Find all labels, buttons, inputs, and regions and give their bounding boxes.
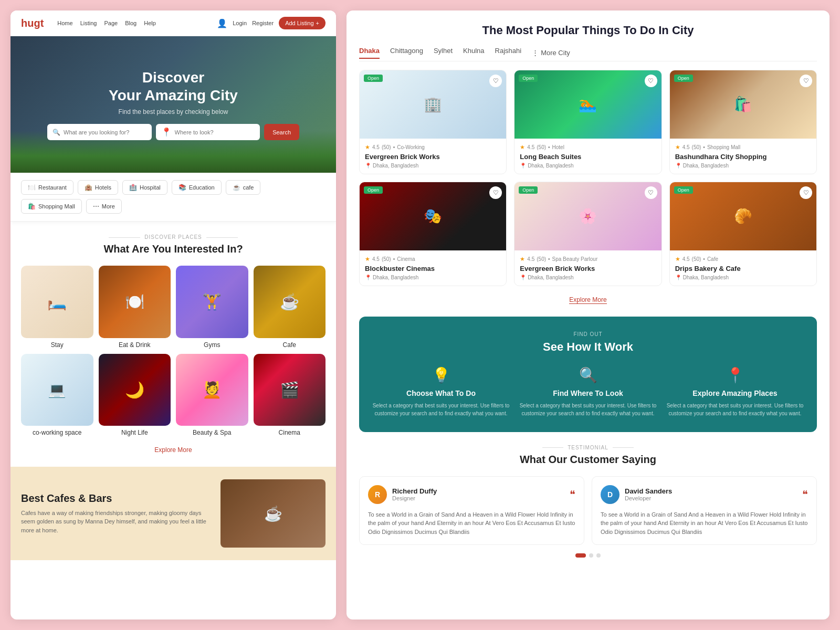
hotel-icon: 🏨 xyxy=(85,184,92,191)
heart-button-2[interactable]: ♡ xyxy=(800,75,812,87)
pill-education[interactable]: 📚 Education xyxy=(172,180,222,195)
open-badge-0: Open xyxy=(364,75,383,82)
open-badge-1: Open xyxy=(519,75,538,82)
cafe-icon: ☕ xyxy=(233,184,240,191)
nav-help[interactable]: Help xyxy=(144,20,156,26)
listing-location-2: 📍 Dhaka, Bangladesh xyxy=(675,163,811,169)
interest-cafe[interactable]: ☕ Cafe xyxy=(254,266,326,349)
city-tab-sylhet[interactable]: Sylhet xyxy=(434,47,453,59)
city-tab-more[interactable]: ⋮ More City xyxy=(532,47,570,59)
interest-cinema-label: Cinema xyxy=(279,429,300,436)
register-button[interactable]: Register xyxy=(252,20,274,26)
search-button[interactable]: Search xyxy=(264,124,299,140)
pill-hotels[interactable]: 🏨 Hotels xyxy=(78,180,118,195)
search-input-wrapper: 🔍 xyxy=(47,124,152,140)
city-tab-khulna[interactable]: Khulna xyxy=(463,47,484,59)
nav-listing[interactable]: Listing xyxy=(80,20,97,26)
find-icon: 🔍 xyxy=(519,366,657,384)
testimonial-text-0: To see a World in a Grain of Sand And a … xyxy=(368,510,575,537)
quote-icon-0: ❝ xyxy=(570,488,575,501)
rating-2: ★ 4.5 (50) • Shopping Mall xyxy=(675,144,811,151)
location-pin-icon: 📍 xyxy=(161,127,172,137)
interests-grid: 🛏️ Stay 🍽️ Eat & Drink 🏋️ Gyms ☕ xyxy=(21,266,326,436)
search-input[interactable] xyxy=(64,129,146,135)
heart-button-4[interactable]: ♡ xyxy=(645,186,657,199)
location-input[interactable] xyxy=(175,129,255,135)
interest-cinema[interactable]: 🎬 Cinema xyxy=(254,354,326,437)
listing-name-4: Evergreen Brick Works xyxy=(520,265,656,272)
listing-card-4[interactable]: 🌸 Open ♡ ★ 4.5 (50) • Spa Beauty Parlour… xyxy=(514,182,662,286)
explore-more-popular-link[interactable]: Explore More xyxy=(569,296,606,304)
rating-5: ★ 4.5 (50) • Cafe xyxy=(675,256,811,262)
hero-title: Discover Your Amazing City xyxy=(109,69,238,104)
explore-more-interests: Explore More xyxy=(21,445,326,454)
listing-location-1: 📍 Dhaka, Bangladesh xyxy=(520,163,656,169)
listing-card-2[interactable]: 🛍️ Open ♡ ★ 4.5 (50) • Shopping Mall Bas… xyxy=(669,70,817,174)
interest-gyms-label: Gyms xyxy=(204,341,220,349)
pill-more[interactable]: ⋯ More xyxy=(86,199,122,214)
heart-button-3[interactable]: ♡ xyxy=(489,186,502,199)
city-tab-rajshahi[interactable]: Rajshahi xyxy=(495,47,522,59)
nav-links: Home Listing Page Blog Help xyxy=(57,20,208,26)
interest-eat[interactable]: 🍽️ Eat & Drink xyxy=(99,266,171,349)
interest-eat-label: Eat & Drink xyxy=(119,341,151,349)
heart-button-0[interactable]: ♡ xyxy=(489,75,502,87)
heart-button-5[interactable]: ♡ xyxy=(800,186,812,199)
shopping-icon: 🛍️ xyxy=(28,203,36,210)
add-listing-button[interactable]: Add Listing + xyxy=(279,17,326,29)
hero-subtitle: Find the best places by checking below xyxy=(119,108,228,116)
how-step-1: 🔍 Find Where To Look Select a category t… xyxy=(519,366,657,417)
testimonial-card-1: D David Sanders Developer ❝ To see a Wor… xyxy=(592,476,817,545)
testimonial-dots xyxy=(359,553,817,558)
dot-1[interactable] xyxy=(589,553,593,558)
listing-card-0[interactable]: 🏢 Open ♡ ★ 4.5 (50) • Co-Working Evergre… xyxy=(359,70,507,174)
testimonial-role-0: Designer xyxy=(392,495,564,501)
listing-card-1[interactable]: 🏊 Open ♡ ★ 4.5 (50) • Hotel Long Beach S… xyxy=(514,70,662,174)
pill-restaurant[interactable]: 🍽️ Restaurant xyxy=(21,180,74,195)
interest-beauty[interactable]: 💆 Beauty & Spa xyxy=(176,354,248,437)
pill-cafe[interactable]: ☕ cafe xyxy=(226,180,261,195)
listing-location-5: 📍 Dhaka, Bangladesh xyxy=(675,275,811,280)
cafes-title: Best Cafes & Bars xyxy=(21,492,212,505)
how-step-2: 📍 Explore Amazing Places Select a catego… xyxy=(666,366,804,417)
rating-0: ★ 4.5 (50) • Co-Working xyxy=(365,144,501,151)
listing-card-5[interactable]: 🥐 Open ♡ ★ 4.5 (50) • Cafe Drips Bakery … xyxy=(669,182,817,286)
interest-nightlife[interactable]: 🌙 Night Life xyxy=(99,354,171,437)
pill-shopping[interactable]: 🛍️ Shopping Mall xyxy=(21,199,82,214)
search-bar: 🔍 📍 Search xyxy=(47,124,299,140)
category-pills: 🍽️ Restaurant 🏨 Hotels 🏥 Hospital 📚 Educ… xyxy=(10,173,336,222)
interest-gyms[interactable]: 🏋️ Gyms xyxy=(176,266,248,349)
how-steps: 💡 Choose What To Do Select a category th… xyxy=(372,366,804,417)
nav-blog[interactable]: Blog xyxy=(125,20,136,26)
how-step-1-desc: Select a category that best suits your i… xyxy=(519,402,657,417)
explore-more-interests-link[interactable]: Explore More xyxy=(154,446,192,454)
login-button[interactable]: Login xyxy=(233,20,247,26)
interest-stay-label: Stay xyxy=(51,341,64,349)
listing-name-2: Bashundhara City Shopping xyxy=(675,153,811,161)
interest-stay[interactable]: 🛏️ Stay xyxy=(21,266,93,349)
listing-card-3[interactable]: 🎭 Open ♡ ★ 4.5 (50) • Cinema Blockbuster… xyxy=(359,182,507,286)
interest-cowork[interactable]: 💻 co-working space xyxy=(21,354,93,437)
rating-3: ★ 4.5 (50) • Cinema xyxy=(365,256,501,262)
testimonial-name-0: Richerd Duffy xyxy=(392,487,564,495)
more-icon: ⋯ xyxy=(93,203,99,210)
testimonial-cards: R Richerd Duffy Designer ❝ To see a Worl… xyxy=(359,476,817,545)
cafes-image: ☕ xyxy=(220,479,326,548)
pill-hospital[interactable]: 🏥 Hospital xyxy=(122,180,167,195)
dot-0[interactable] xyxy=(575,553,586,558)
nav-page[interactable]: Page xyxy=(104,20,118,26)
left-panel: hugt Home Listing Page Blog Help 👤 Login… xyxy=(10,10,336,620)
interests-title: What Are You Interested In? xyxy=(21,243,326,255)
nav-home[interactable]: Home xyxy=(57,20,72,26)
heart-button-1[interactable]: ♡ xyxy=(645,75,657,87)
testimonial-text-1: To see a World in a Grain of Sand And a … xyxy=(601,510,808,537)
city-tab-dhaka[interactable]: Dhaka xyxy=(359,47,380,59)
testimonial-name-1: David Sanders xyxy=(625,487,797,495)
city-tab-chittagong[interactable]: Chittagong xyxy=(390,47,423,59)
hero-section: Discover Your Amazing City Find the best… xyxy=(10,36,336,173)
dot-2[interactable] xyxy=(596,553,601,558)
quote-icon-1: ❝ xyxy=(802,488,808,501)
cafes-text: Best Cafes & Bars Cafes have a way of ma… xyxy=(21,492,212,535)
listing-name-1: Long Beach Suites xyxy=(520,153,656,161)
how-label: Find Out xyxy=(372,331,804,337)
